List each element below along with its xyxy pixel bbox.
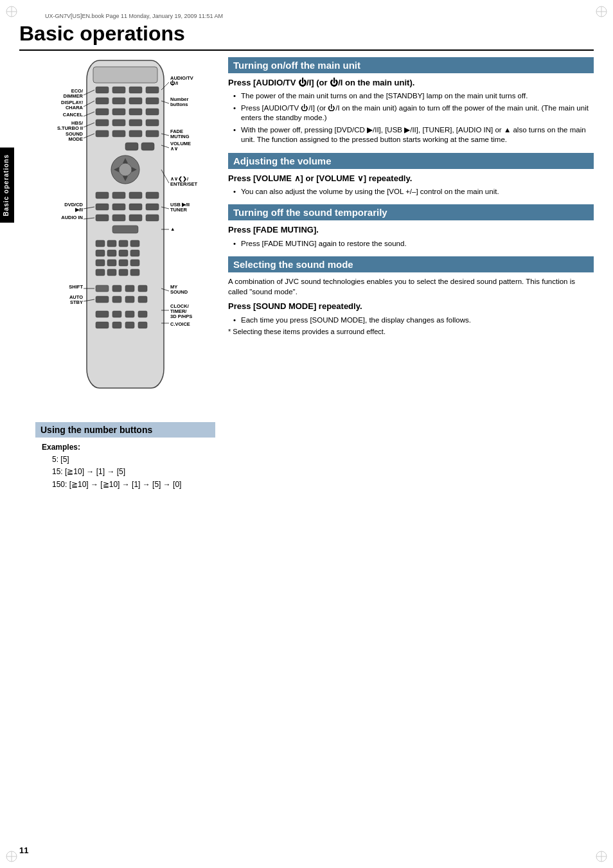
svg-text:STBY: STBY xyxy=(70,299,83,305)
svg-rect-55 xyxy=(96,240,105,247)
sound-mode-bullets: Each time you press [SOUND MODE], the di… xyxy=(228,315,594,326)
svg-rect-76 xyxy=(112,296,121,303)
svg-rect-28 xyxy=(129,120,142,126)
left-col: ECO/ DIMMER DISPLAY/ CHARA CANCEL HBS/ S… xyxy=(35,57,215,491)
svg-rect-16 xyxy=(129,87,142,93)
svg-rect-23 xyxy=(112,109,125,115)
section-content-turning-on-off: Press [AUDIO/TV ⏻/I] (or ⏻/I on the main… xyxy=(228,77,594,145)
section-content-volume: Press [VOLUME ∧] or [VOLUME ∨] repeatedl… xyxy=(228,173,594,197)
section-header-muting: Turning off the sound temporarily xyxy=(228,204,594,220)
svg-rect-75 xyxy=(96,296,109,303)
main-layout: ECO/ DIMMER DISPLAY/ CHARA CANCEL HBS/ S… xyxy=(35,57,594,491)
svg-rect-30 xyxy=(96,130,109,137)
svg-rect-66 xyxy=(130,260,139,266)
svg-rect-19 xyxy=(112,98,125,104)
svg-rect-78 xyxy=(138,296,147,303)
svg-rect-27 xyxy=(112,120,125,126)
svg-text:buttons: buttons xyxy=(170,102,188,107)
svg-rect-45 xyxy=(146,192,159,199)
svg-rect-18 xyxy=(96,98,109,104)
section-header-turning-on-off: Turning on/off the main unit xyxy=(228,57,594,73)
svg-rect-84 xyxy=(112,322,121,328)
svg-rect-63 xyxy=(96,260,105,266)
remote-svg: ECO/ DIMMER DISPLAY/ CHARA CANCEL HBS/ S… xyxy=(35,57,215,414)
section-content-sound-mode: A combination of JVC sound technologies … xyxy=(228,276,594,337)
svg-rect-56 xyxy=(107,240,116,247)
svg-rect-46 xyxy=(96,204,109,210)
right-col: Turning on/off the main unit Press [AUDI… xyxy=(228,57,594,491)
svg-rect-21 xyxy=(146,98,159,104)
bullet-vol-control: You can also adjust the volume by using … xyxy=(233,187,594,197)
examples-title: Examples: xyxy=(42,441,215,454)
svg-rect-50 xyxy=(96,215,109,221)
svg-rect-44 xyxy=(129,192,142,199)
svg-text:AUDIO IN: AUDIO IN xyxy=(61,215,83,220)
svg-rect-67 xyxy=(96,269,105,276)
svg-rect-83 xyxy=(96,322,109,328)
svg-rect-65 xyxy=(119,260,128,266)
press-sound-mode: Press [SOUND MODE] repeatedly. xyxy=(228,301,594,312)
muting-bullets: Press [FADE MUTING] again to restore the… xyxy=(228,239,594,249)
svg-rect-29 xyxy=(146,120,159,126)
bullet-restore-sound: Press [FADE MUTING] again to restore the… xyxy=(233,239,594,249)
svg-rect-54 xyxy=(112,226,138,233)
svg-text:▶/II: ▶/II xyxy=(75,207,83,213)
svg-rect-33 xyxy=(146,130,159,137)
example-line-1: 5: [5] xyxy=(52,454,215,466)
example-line-2: 15: [≧10] → [1] → [5] xyxy=(52,466,215,478)
svg-point-37 xyxy=(119,163,132,176)
svg-rect-68 xyxy=(107,269,116,276)
corner-mark-tr xyxy=(595,5,608,18)
svg-rect-24 xyxy=(129,109,142,115)
svg-text:MODE: MODE xyxy=(69,136,84,142)
svg-rect-57 xyxy=(119,240,128,247)
sound-mode-intro: A combination of JVC sound technologies … xyxy=(228,276,594,297)
svg-text:∧∨: ∧∨ xyxy=(170,146,178,152)
remote-control-diagram: ECO/ DIMMER DISPLAY/ CHARA CANCEL HBS/ S… xyxy=(35,57,215,417)
section-content-muting: Press [FADE MUTING]. Press [FADE MUTING]… xyxy=(228,224,594,249)
svg-rect-52 xyxy=(129,215,142,221)
svg-rect-14 xyxy=(96,87,109,93)
svg-rect-25 xyxy=(146,109,159,115)
svg-text:SOUND: SOUND xyxy=(170,289,188,295)
bullet-display-changes: Each time you press [SOUND MODE], the di… xyxy=(233,315,594,326)
svg-rect-22 xyxy=(96,109,109,115)
svg-rect-61 xyxy=(119,250,128,256)
svg-rect-64 xyxy=(107,260,116,266)
svg-rect-86 xyxy=(138,322,147,328)
svg-text:▲: ▲ xyxy=(170,226,175,232)
section-header-sound-mode: Selecting the sound mode xyxy=(228,256,594,272)
bullet-standby: The power of the main unit turns on and … xyxy=(233,91,594,102)
side-tab: Basic operations xyxy=(0,148,14,223)
svg-rect-15 xyxy=(112,87,125,93)
svg-rect-48 xyxy=(129,204,142,210)
number-buttons-header: Using the number buttons xyxy=(35,422,215,438)
svg-rect-62 xyxy=(130,250,139,256)
press-fade-muting: Press [FADE MUTING]. xyxy=(228,224,594,236)
svg-rect-58 xyxy=(130,240,139,247)
number-buttons-section: Using the number buttons Examples: 5: [5… xyxy=(35,422,215,491)
svg-rect-85 xyxy=(125,322,134,328)
svg-rect-82 xyxy=(138,311,147,317)
bullet-power-off: With the power off, pressing [DVD/CD ▶/I… xyxy=(233,125,594,145)
svg-rect-26 xyxy=(96,120,109,126)
svg-text:TUNER: TUNER xyxy=(170,207,187,213)
svg-text:CANCEL: CANCEL xyxy=(63,112,84,118)
svg-rect-49 xyxy=(146,204,159,210)
svg-rect-32 xyxy=(129,130,142,137)
svg-rect-35 xyxy=(141,143,154,150)
svg-rect-69 xyxy=(119,269,128,276)
svg-rect-77 xyxy=(125,296,134,303)
svg-rect-43 xyxy=(112,192,125,199)
page-title: Basic operations xyxy=(19,22,594,51)
svg-text:C.VOICE: C.VOICE xyxy=(170,321,190,327)
svg-rect-79 xyxy=(96,311,109,317)
svg-rect-53 xyxy=(146,215,159,221)
press-volume: Press [VOLUME ∧] or [VOLUME ∨] repeatedl… xyxy=(228,173,594,184)
examples-section: Examples: 5: [5] 15: [≧10] → [1] → [5] 1… xyxy=(42,441,215,491)
svg-text:ENTER/SET: ENTER/SET xyxy=(170,181,198,187)
svg-rect-47 xyxy=(112,204,125,210)
press-audio-tv: Press [AUDIO/TV ⏻/I] (or ⏻/I on the main… xyxy=(228,77,594,89)
turning-on-off-bullets: The power of the main unit turns on and … xyxy=(228,91,594,145)
page-container: UX-GN7V[US]EN.book Page 11 Monday, Janua… xyxy=(0,0,613,868)
